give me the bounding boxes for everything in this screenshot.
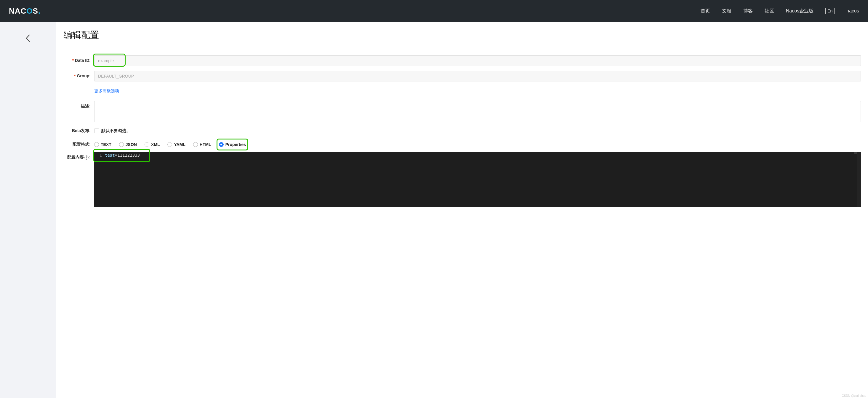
nav-docs[interactable]: 文档 [722, 8, 732, 14]
row-description: 描述: [63, 101, 861, 124]
code-minimap [854, 152, 857, 154]
beta-checkbox[interactable] [94, 129, 99, 133]
radio-label: XML [151, 142, 160, 147]
group-input[interactable] [94, 71, 861, 81]
code-editor[interactable]: 1 test=111222333 [94, 152, 861, 207]
label-group: *Group: [63, 71, 94, 78]
radio-label: JSON [126, 142, 137, 147]
label-data-id: *Data ID: [63, 55, 94, 63]
required-star-icon: * [72, 58, 74, 63]
data-id-input[interactable] [94, 55, 861, 66]
nav-community[interactable]: 社区 [765, 8, 774, 14]
top-header: NACOS. 首页 文档 博客 社区 Nacos企业版 En nacos [0, 0, 868, 22]
line-number: 1 [94, 153, 105, 158]
logo[interactable]: NACOS. [9, 6, 40, 16]
radio-circle-icon [167, 142, 172, 147]
row-data-id: *Data ID: [63, 55, 861, 66]
user-name[interactable]: nacos [846, 8, 859, 13]
radio-label: Properties [225, 142, 246, 147]
code-rest: =111222333 [115, 153, 140, 158]
nav-home[interactable]: 首页 [701, 8, 710, 14]
radio-circle-icon [119, 142, 124, 147]
page-title: 编辑配置 [63, 29, 861, 41]
radio-label: YAML [174, 142, 185, 147]
radio-properties[interactable]: Properties [219, 142, 246, 147]
row-content: 配置内容?: 1 test=111222333 [63, 152, 861, 207]
label-beta: Beta发布: [63, 128, 94, 134]
radio-text[interactable]: TEXT [94, 142, 112, 147]
code-scrollbar[interactable] [857, 152, 861, 207]
logo-text-pre: NAC [9, 6, 26, 16]
row-beta: Beta发布: 默认不要勾选。 [63, 128, 861, 134]
code-line: 1 test=111222333 [94, 152, 861, 158]
radio-circle-icon [193, 142, 198, 147]
logo-text-post: S [33, 6, 38, 16]
help-icon[interactable]: ? [85, 156, 89, 160]
radio-xml[interactable]: XML [145, 142, 160, 147]
required-star-icon: * [74, 73, 75, 78]
sidebar [0, 22, 56, 398]
label-description: 描述: [63, 101, 94, 109]
radio-label: HTML [200, 142, 211, 147]
back-icon[interactable] [25, 33, 31, 398]
beta-checkbox-label: 默认不要勾选。 [101, 128, 130, 134]
label-content: 配置内容?: [63, 152, 94, 160]
radio-circle-icon [145, 142, 149, 147]
logo-dot: . [38, 6, 40, 16]
lang-button[interactable]: En [825, 8, 835, 14]
radio-circle-icon [94, 142, 99, 147]
logo-text-mid: O [26, 6, 33, 16]
main-content: 编辑配置 *Data ID: *Group: 更 [56, 22, 868, 398]
radio-yaml[interactable]: YAML [167, 142, 185, 147]
radio-json[interactable]: JSON [119, 142, 137, 147]
more-options-link[interactable]: 更多高级选项 [94, 89, 119, 94]
row-format: 配置格式: TEXTJSONXMLYAMLHTMLProperties [63, 142, 861, 147]
watermark: CSDN @carl-zhao [842, 394, 866, 397]
radio-html[interactable]: HTML [193, 142, 211, 147]
row-more-options: 更多高级选项 [63, 86, 861, 94]
nav-enterprise[interactable]: Nacos企业版 [786, 8, 813, 14]
code-key: test [105, 153, 115, 158]
label-format: 配置格式: [63, 142, 94, 147]
code-cursor-icon [140, 153, 140, 158]
nav-items: 首页 文档 博客 社区 Nacos企业版 En nacos [701, 8, 859, 14]
format-radio-group: TEXTJSONXMLYAMLHTMLProperties [94, 142, 861, 147]
description-textarea[interactable] [94, 101, 861, 122]
radio-label: TEXT [101, 142, 112, 147]
row-group: *Group: [63, 71, 861, 81]
radio-circle-icon [219, 142, 224, 147]
nav-blog[interactable]: 博客 [743, 8, 753, 14]
